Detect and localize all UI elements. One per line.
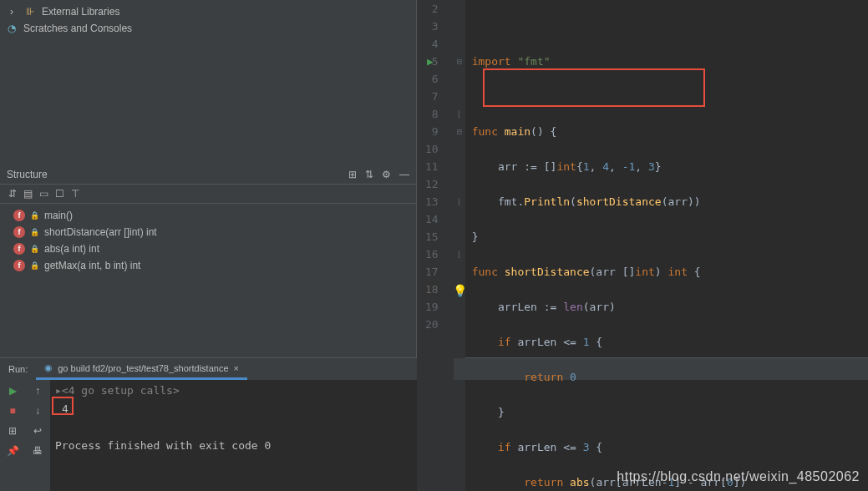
function-icon: f: [13, 226, 25, 238]
gear-icon[interactable]: ⚙: [382, 169, 391, 180]
structure-item-abs[interactable]: f 🔒 abs(a int) int: [0, 240, 416, 257]
function-icon: f: [13, 260, 25, 271]
watermark: https://blog.csdn.net/weixin_48502062: [617, 469, 860, 484]
module-icon[interactable]: ☐: [55, 188, 64, 200]
external-libraries-label: External Libraries: [42, 6, 119, 18]
structure-item-getmax[interactable]: f 🔒 getMax(a int, b int) int: [0, 257, 416, 274]
filter-icon[interactable]: ▤: [23, 188, 33, 200]
structure-item-label: abs(a int) int: [44, 243, 99, 255]
run-tab-label: go build fd2/pro_test/test78_shortdistan…: [58, 363, 228, 373]
lock-icon: 🔒: [30, 245, 39, 253]
layout-icon[interactable]: ⊞: [348, 169, 357, 180]
structure-item-label: getMax(a int, b int) int: [44, 260, 140, 271]
function-icon: f: [13, 210, 25, 221]
run-tab[interactable]: ◉ go build fd2/pro_test/test78_shortdist…: [36, 358, 247, 380]
down-icon[interactable]: ↓: [35, 405, 40, 417]
run-tool-column2: ↑ ↓ ↩ 🖶: [25, 380, 50, 491]
caret-icon[interactable]: ▸: [55, 384, 62, 397]
rerun-icon[interactable]: ▶: [9, 385, 17, 397]
console-setup: <4 go setup calls>: [62, 384, 180, 397]
scratches-icon: ◔: [5, 22, 18, 35]
structure-item-label: shortDistance(arr []int) int: [44, 226, 157, 238]
go-icon: ◉: [44, 362, 53, 373]
pin-icon[interactable]: 📌: [7, 445, 19, 457]
sort-az-icon[interactable]: ⇵: [8, 188, 17, 200]
wrap-icon[interactable]: ↩: [33, 425, 42, 437]
tree-icon[interactable]: ⊤: [71, 188, 79, 200]
lock-icon: 🔒: [30, 211, 39, 220]
lock-icon: 🔒: [30, 261, 39, 270]
print-icon[interactable]: 🖶: [33, 445, 43, 457]
run-label: Run:: [0, 364, 36, 374]
structure-header: Structure ⊞ ⇅ ⚙ —: [0, 165, 416, 185]
stop-icon[interactable]: ■: [9, 405, 15, 417]
external-libraries-item[interactable]: › ⊪ External Libraries: [0, 3, 416, 20]
function-icon: f: [13, 243, 25, 255]
structure-item-label: main(): [44, 210, 73, 221]
minimize-icon[interactable]: —: [399, 169, 409, 180]
structure-item-shortdistance[interactable]: f 🔒 shortDistance(arr []int) int: [0, 224, 416, 240]
project-tree: › ⊪ External Libraries ◔ Scratches and C…: [0, 0, 416, 40]
chevron-right-icon: ›: [5, 5, 18, 18]
structure-item-main[interactable]: f 🔒 main(): [0, 207, 416, 224]
folder-icon[interactable]: ▭: [39, 188, 48, 200]
close-icon[interactable]: ×: [234, 363, 239, 373]
structure-title: Structure: [7, 169, 48, 180]
run-tool-column: ▶ ■ ⊞ 📌: [0, 380, 25, 491]
console-output: 4: [62, 402, 69, 415]
scratches-item[interactable]: ◔ Scratches and Consoles: [0, 20, 416, 37]
console-exit: Process finished with exit code 0: [55, 439, 271, 452]
left-panel: › ⊪ External Libraries ◔ Scratches and C…: [0, 0, 416, 357]
editor[interactable]: 234 ▶5 6789 10111213 14151617 181920 ⊟⌊ …: [417, 0, 868, 357]
structure-list: f 🔒 main() f 🔒 shortDistance(arr []int) …: [0, 204, 416, 277]
expand-icon[interactable]: ⇅: [365, 169, 373, 180]
run-gutter-icon[interactable]: ▶: [427, 53, 434, 70]
up-icon[interactable]: ↑: [35, 385, 40, 397]
scratches-label: Scratches and Consoles: [23, 23, 132, 34]
structure-toolbar: ⇵ ▤ ▭ ☐ ⊤: [0, 185, 416, 204]
structure-panel: Structure ⊞ ⇅ ⚙ — ⇵ ▤ ▭ ☐ ⊤ f 🔒 ma: [0, 165, 416, 277]
lock-icon: 🔒: [30, 228, 39, 236]
intention-bulb-icon[interactable]: 💡: [453, 284, 467, 297]
library-icon: ⊪: [23, 5, 37, 18]
layout-icon[interactable]: ⊞: [8, 425, 17, 437]
